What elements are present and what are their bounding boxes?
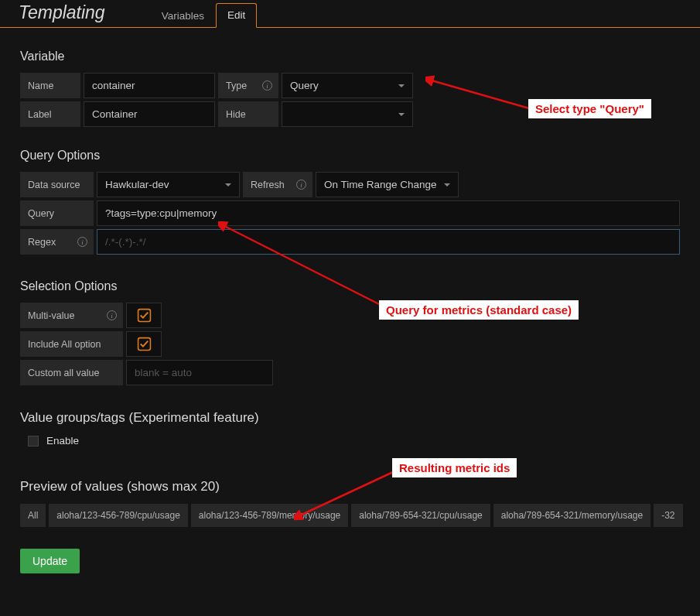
chevron-down-icon — [444, 183, 450, 187]
refresh-select[interactable]: On Time Range Change — [316, 172, 459, 197]
refresh-label: Refreshi — [243, 172, 312, 197]
check-icon — [137, 337, 152, 351]
section-variable-heading: Variable — [20, 50, 680, 63]
preview-pill: aloha/123-456-789/memory/usage — [191, 504, 348, 527]
customall-input[interactable] — [126, 360, 273, 385]
page-header: Templating Variables Edit — [0, 0, 700, 28]
hide-select[interactable] — [282, 101, 413, 127]
annotation-1: Select type "Query" — [528, 99, 651, 118]
query-label: Query — [20, 200, 94, 226]
section-preview-heading: Preview of values (shows max 20) — [20, 479, 680, 495]
tab-edit[interactable]: Edit — [216, 3, 257, 28]
section-selection-heading: Selection Options — [20, 279, 680, 293]
multivalue-label: Multi-valuei — [20, 303, 123, 328]
enable-checkbox[interactable] — [28, 436, 39, 447]
query-input[interactable] — [97, 200, 680, 226]
chevron-down-icon — [398, 84, 405, 87]
tab-variables[interactable]: Variables — [150, 4, 216, 28]
annotation-3: Resulting metric ids — [392, 458, 517, 477]
type-select[interactable]: Query — [282, 73, 413, 98]
page-title: Templating — [19, 2, 105, 27]
section-tags-heading: Value groups/tags (Experimental feature) — [20, 410, 680, 426]
preview-pill: -32 — [654, 504, 682, 527]
preview-pill: aloha/789-654-321/memory/usage — [493, 504, 650, 527]
label-label: Label — [20, 101, 80, 127]
name-input[interactable] — [84, 73, 215, 98]
regex-label: Regexi — [20, 229, 94, 255]
preview-pill: All — [20, 504, 46, 527]
info-icon[interactable]: i — [77, 237, 87, 247]
preview-pill: aloha/123-456-789/cpu/usage — [49, 504, 187, 527]
update-button[interactable]: Update — [20, 549, 80, 573]
info-icon[interactable]: i — [107, 310, 117, 320]
chevron-down-icon — [225, 183, 231, 187]
info-icon[interactable]: i — [296, 180, 306, 190]
includeall-checkbox[interactable] — [126, 331, 162, 357]
customall-label: Custom all value — [20, 360, 123, 385]
hide-label: Hide — [218, 101, 278, 127]
check-icon — [137, 308, 152, 323]
name-label: Name — [20, 73, 80, 98]
tabs: Variables Edit — [150, 0, 258, 27]
enable-label: Enable — [46, 435, 79, 447]
type-label: Typei — [218, 73, 278, 98]
regex-input[interactable] — [97, 229, 680, 255]
section-query-heading: Query Options — [20, 149, 680, 163]
annotation-2: Query for metrics (standard case) — [379, 300, 579, 320]
datasource-label: Data source — [20, 172, 94, 197]
chevron-down-icon — [398, 113, 405, 116]
preview-values: All aloha/123-456-789/cpu/usage aloha/12… — [20, 504, 680, 527]
datasource-select[interactable]: Hawkular-dev — [97, 172, 240, 197]
info-icon[interactable]: i — [262, 80, 272, 91]
multivalue-checkbox[interactable] — [126, 303, 162, 328]
preview-pill: aloha/789-654-321/cpu/usage — [351, 504, 490, 527]
label-input[interactable] — [84, 101, 215, 127]
includeall-label: Include All option — [20, 331, 123, 357]
